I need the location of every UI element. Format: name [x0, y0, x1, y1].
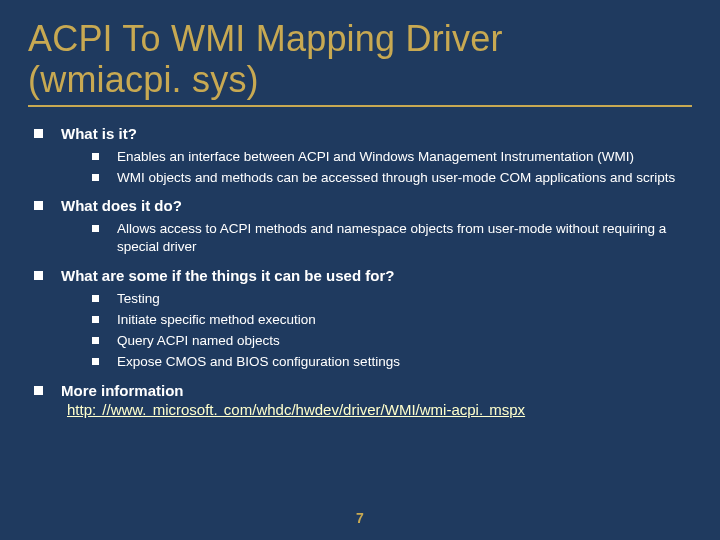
list-item-text: Expose CMOS and BIOS configuration setti…	[117, 353, 400, 371]
section-heading: What is it?	[61, 125, 137, 142]
content-list: What is it? Enables an interface between…	[28, 125, 692, 419]
sub-list: Enables an interface between ACPI and Wi…	[34, 148, 692, 187]
section-used-for: What are some if the things it can be us…	[34, 267, 692, 372]
title-line-1: ACPI To WMI Mapping Driver	[28, 18, 503, 59]
title-line-2: (wmiacpi. sys)	[28, 59, 259, 100]
list-item: Expose CMOS and BIOS configuration setti…	[92, 353, 692, 371]
section-what-is-it: What is it? Enables an interface between…	[34, 125, 692, 187]
square-bullet-icon	[92, 153, 99, 160]
section-heading: What are some if the things it can be us…	[61, 267, 394, 284]
list-item-text: Enables an interface between ACPI and Wi…	[117, 148, 634, 166]
list-item-text: Initiate specific method execution	[117, 311, 316, 329]
list-item-text: Query ACPI named objects	[117, 332, 280, 350]
list-item: WMI objects and methods can be accessed …	[92, 169, 692, 187]
more-info-link[interactable]: http: //www. microsoft. com/whdc/hwdev/d…	[67, 401, 525, 418]
square-bullet-icon	[34, 386, 43, 395]
sub-list: Testing Initiate specific method executi…	[34, 290, 692, 372]
section-heading: More information	[61, 382, 184, 399]
list-item: Initiate specific method execution	[92, 311, 692, 329]
section-heading: What does it do?	[61, 197, 182, 214]
page-number: 7	[0, 510, 720, 526]
square-bullet-icon	[92, 358, 99, 365]
section-what-does-it-do: What does it do? Allows access to ACPI m…	[34, 197, 692, 256]
square-bullet-icon	[92, 295, 99, 302]
square-bullet-icon	[92, 225, 99, 232]
list-item-text: WMI objects and methods can be accessed …	[117, 169, 675, 187]
square-bullet-icon	[92, 337, 99, 344]
square-bullet-icon	[92, 316, 99, 323]
list-item: Query ACPI named objects	[92, 332, 692, 350]
section-more-info: More information http: //www. microsoft.…	[34, 382, 692, 419]
list-item: Testing	[92, 290, 692, 308]
list-item: Enables an interface between ACPI and Wi…	[92, 148, 692, 166]
square-bullet-icon	[34, 129, 43, 138]
sub-list: Allows access to ACPI methods and namesp…	[34, 220, 692, 256]
square-bullet-icon	[34, 201, 43, 210]
square-bullet-icon	[34, 271, 43, 280]
list-item: Allows access to ACPI methods and namesp…	[92, 220, 692, 256]
list-item-text: Testing	[117, 290, 160, 308]
list-item-text: Allows access to ACPI methods and namesp…	[117, 220, 692, 256]
square-bullet-icon	[92, 174, 99, 181]
slide-title: ACPI To WMI Mapping Driver (wmiacpi. sys…	[28, 18, 692, 107]
